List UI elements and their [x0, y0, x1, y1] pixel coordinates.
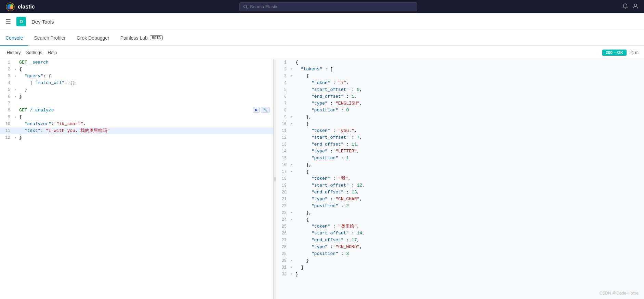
output-content: "position" : 3 [294, 250, 644, 257]
output-content: "position" : 2 [294, 203, 644, 209]
output-line-number: 26 [276, 230, 289, 237]
editor-pane[interactable]: 1GET _search2▾{3▾ "query": {4 | "match_a… [0, 59, 274, 299]
output-content: "position" : 1 [294, 155, 644, 162]
line-number: 5 [0, 86, 13, 93]
tab-console[interactable]: Console [0, 30, 28, 46]
fold-toggle[interactable]: ▾ [13, 88, 18, 92]
elastic-logo[interactable]: elastic [5, 2, 35, 12]
output-line-number: 10 [276, 121, 289, 127]
action-bar: History Settings Help 200 – OK 21 m [0, 46, 644, 59]
status-badge: 200 – OK [602, 50, 627, 56]
user-icon[interactable] [632, 3, 639, 11]
output-line-number: 9 [276, 114, 289, 121]
dev-tools-badge: D [16, 17, 26, 26]
output-line-number: 27 [276, 237, 289, 244]
second-nav: ☰ D Dev Tools [0, 13, 644, 30]
run-button[interactable]: ▶ [253, 107, 260, 113]
output-content: }, [294, 162, 644, 168]
output-fold-toggle[interactable]: ▾ [289, 209, 294, 216]
editor-line-10[interactable]: 10 "analyzer": "ik_smart", [0, 121, 273, 127]
code-content: GET _search [18, 59, 273, 66]
output-fold-toggle[interactable]: ▾ [289, 168, 294, 175]
search-input[interactable] [250, 4, 414, 9]
editor-line-11[interactable]: 11 "text": "I with you. 我的奥里给吗" [0, 127, 273, 134]
line-number: 1 [0, 59, 13, 66]
tab-grok-debugger[interactable]: Grok Debugger [71, 30, 115, 46]
output-content: } [294, 271, 644, 278]
fold-toggle[interactable]: ▾ [13, 74, 18, 78]
output-line-number: 24 [276, 216, 289, 223]
code-content: GET /_analyze [18, 107, 273, 114]
editor-line-1[interactable]: 1GET _search [0, 59, 273, 66]
wrench-button[interactable]: 🔧 [261, 107, 270, 113]
output-fold-toggle[interactable]: ▾ [289, 216, 294, 223]
line-number: 3 [0, 73, 13, 80]
output-line-27: 27 "end_offset" : 17, [276, 237, 644, 244]
output-line-24: 24▾ { [276, 216, 644, 223]
output-line-number: 1 [276, 59, 289, 66]
output-line-25: 25 "token" : "奥里给", [276, 223, 644, 230]
editor-line-8[interactable]: 8GET /_analyze▶🔧 [0, 107, 273, 114]
line-number: 4 [0, 80, 13, 86]
output-line-14: 14 "type" : "LETTER", [276, 148, 644, 155]
output-line-number: 18 [276, 175, 289, 182]
editor-line-4[interactable]: 4 | "match_all": {} [0, 80, 273, 86]
editor-line-5[interactable]: 5▾ } [0, 86, 273, 93]
output-line-number: 25 [276, 223, 289, 230]
action-bar-left: History Settings Help [5, 49, 58, 56]
output-content: "token" : "我", [294, 175, 644, 182]
output-content: "token" : "奥里给", [294, 223, 644, 230]
history-button[interactable]: History [5, 49, 22, 56]
output-line-number: 11 [276, 127, 289, 134]
tab-search-profiler[interactable]: Search Profiler [28, 30, 71, 46]
help-button[interactable]: Help [46, 49, 58, 56]
output-fold-toggle[interactable]: ▾ [289, 264, 294, 271]
output-fold-toggle[interactable]: ▾ [289, 66, 294, 73]
output-line-9: 9▾ }, [276, 114, 644, 121]
output-line-2: 2▾ "tokens" : [ [276, 66, 644, 73]
output-fold-toggle[interactable]: ▾ [289, 73, 294, 80]
fold-toggle[interactable]: ▾ [13, 115, 18, 119]
fold-toggle[interactable]: ▾ [13, 95, 18, 99]
output-fold-toggle[interactable]: ▾ [289, 257, 294, 264]
watermark: CSDN @Code-Horse [600, 291, 639, 296]
line-number: 9 [0, 114, 13, 121]
output-line-31: 31▾ ] [276, 264, 644, 271]
editor-line-6[interactable]: 6▾} [0, 93, 273, 100]
output-content: { [294, 216, 644, 223]
fold-toggle[interactable]: ▾ [13, 67, 18, 71]
settings-button[interactable]: Settings [25, 49, 43, 56]
output-fold-toggle[interactable]: ▾ [289, 162, 294, 168]
output-line-17: 17▾ { [276, 168, 644, 175]
fold-toggle[interactable]: ▾ [13, 136, 18, 140]
dev-tools-title: Dev Tools [31, 19, 54, 25]
output-line-number: 7 [276, 100, 289, 107]
output-line-number: 30 [276, 257, 289, 264]
editor-line-9[interactable]: 9▾{ [0, 114, 273, 121]
output-line-number: 31 [276, 264, 289, 271]
editor-line-3[interactable]: 3▾ "query": { [0, 73, 273, 80]
tab-painless-lab[interactable]: Painless Lab BETA [115, 30, 169, 46]
output-pane[interactable]: 1{2▾ "tokens" : [3▾ {4 "token" : "i",5 "… [276, 59, 644, 299]
code-content: } [18, 134, 273, 141]
output-line-3: 3▾ { [276, 73, 644, 80]
bell-icon[interactable] [622, 3, 628, 11]
output-line-26: 26 "start_offset" : 14, [276, 230, 644, 237]
beta-badge: BETA [150, 35, 163, 40]
output-line-number: 28 [276, 244, 289, 250]
output-fold-toggle[interactable]: ▾ [289, 121, 294, 127]
search-bar-container[interactable] [239, 2, 417, 11]
output-line-number: 6 [276, 93, 289, 100]
pane-divider[interactable]: ‖ [274, 59, 276, 299]
editor-line-7[interactable]: 7 [0, 100, 273, 107]
editor-line-2[interactable]: 2▾{ [0, 66, 273, 73]
action-bar-right: 200 – OK 21 m [602, 50, 639, 56]
line-number: 8 [0, 107, 13, 114]
output-content: "start_offset" : 7, [294, 134, 644, 141]
output-fold-toggle[interactable]: ▾ [289, 271, 294, 278]
hamburger-icon[interactable]: ☰ [5, 18, 11, 25]
output-fold-toggle[interactable]: ▾ [289, 114, 294, 121]
output-line-number: 4 [276, 80, 289, 86]
output-line-number: 14 [276, 148, 289, 155]
editor-line-12[interactable]: 12▾} [0, 134, 273, 141]
